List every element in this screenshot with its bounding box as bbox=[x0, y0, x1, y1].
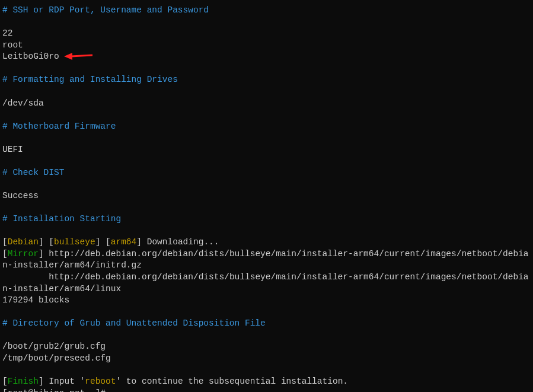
tag-bullseye: bullseye bbox=[54, 237, 95, 247]
br: [ bbox=[106, 237, 111, 247]
br: ] bbox=[39, 249, 49, 259]
format-drive: /dev/sda bbox=[2, 98, 531, 110]
blank bbox=[2, 63, 531, 75]
section-grub-header: # Directory of Grub and Unattended Dispo… bbox=[2, 318, 531, 330]
blank bbox=[2, 202, 531, 214]
dist-val: Success bbox=[2, 190, 531, 202]
prompt-r: ]# bbox=[95, 388, 106, 392]
blank bbox=[2, 364, 531, 376]
mirror-line-2: http://deb.debian.org/debian/dists/bulls… bbox=[2, 272, 531, 295]
firmware-val: UEFI bbox=[2, 144, 531, 156]
ssh-user: root bbox=[2, 40, 531, 52]
section-ssh-header: # SSH or RDP Port, Username and Password bbox=[2, 5, 531, 17]
ssh-pass-line: LeitboGi0ro bbox=[2, 51, 531, 63]
br: [ bbox=[2, 249, 8, 259]
blank bbox=[2, 307, 531, 318]
tag-mirror: Mirror bbox=[8, 249, 39, 259]
prompt-user-host: root@bibica-net ~ bbox=[8, 388, 95, 392]
section-dist-header: # Check DIST bbox=[2, 167, 531, 179]
section-firmware-header: # Motherboard Firmware bbox=[2, 121, 531, 133]
blank bbox=[2, 109, 531, 121]
tag-finish: Finish bbox=[8, 377, 39, 386]
download-line: [Debian] [bullseye] [arm64] Downloading.… bbox=[2, 237, 531, 248]
grub-cfg-path: /boot/grub2/grub.cfg bbox=[2, 341, 531, 353]
blank bbox=[2, 330, 531, 342]
br: ] bbox=[95, 237, 106, 247]
ssh-port: 22 bbox=[2, 28, 531, 40]
ssh-pass: LeitboGi0ro bbox=[2, 52, 59, 61]
blank bbox=[2, 155, 531, 167]
preseed-cfg-path: /tmp/boot/preseed.cfg bbox=[2, 353, 531, 365]
reboot-keyword: reboot bbox=[85, 377, 116, 386]
shell-prompt[interactable]: [root@bibica-net ~]# bbox=[2, 388, 531, 392]
br: [ bbox=[2, 377, 8, 386]
downloading-text: Downloading... bbox=[147, 237, 219, 247]
annotation-arrow-icon bbox=[64, 53, 92, 60]
svg-line-0 bbox=[71, 55, 92, 56]
blank bbox=[2, 179, 531, 190]
br: ] bbox=[39, 237, 49, 247]
section-format-header: # Formatting and Installing Drives bbox=[2, 74, 531, 86]
finish-text-2: ' to continue the subsequential installa… bbox=[116, 377, 348, 386]
section-install-header: # Installation Starting bbox=[2, 213, 531, 225]
pad bbox=[2, 272, 49, 282]
prompt-l: [ bbox=[2, 388, 8, 392]
br: ] bbox=[136, 237, 146, 247]
svg-marker-1 bbox=[64, 53, 72, 60]
br: ] bbox=[39, 377, 49, 386]
mirror-url-1: http://deb.debian.org/debian/dists/bulls… bbox=[2, 249, 529, 270]
blank bbox=[2, 17, 531, 28]
blank bbox=[2, 86, 531, 98]
br: [ bbox=[2, 237, 8, 247]
tag-debian: Debian bbox=[8, 237, 39, 247]
tag-arm64: arm64 bbox=[111, 237, 137, 247]
finish-line: [Finish] Input 'reboot' to continue the … bbox=[2, 376, 531, 388]
blank bbox=[2, 225, 531, 237]
br: [ bbox=[49, 237, 54, 247]
blank bbox=[2, 132, 531, 144]
finish-text-1: Input ' bbox=[49, 377, 85, 386]
mirror-url-2: http://deb.debian.org/debian/dists/bulls… bbox=[2, 272, 529, 294]
blocks-line: 179294 blocks bbox=[2, 295, 531, 307]
mirror-line-1: [Mirror] http://deb.debian.org/debian/di… bbox=[2, 248, 531, 272]
